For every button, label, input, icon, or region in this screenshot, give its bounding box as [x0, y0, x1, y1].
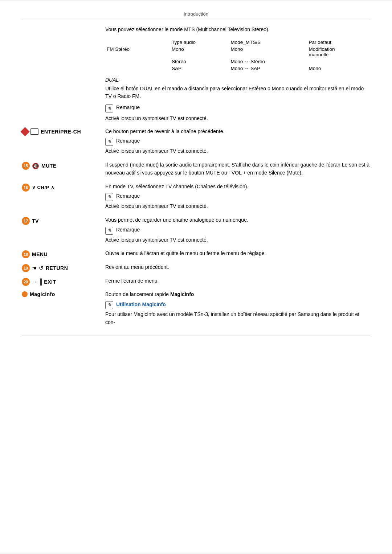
bottom-divider: [22, 336, 370, 336]
table-cell: [105, 39, 170, 46]
magicinfo-desc-bold: MagicInfo: [170, 291, 194, 297]
remarque-note-enter: Activé lorsqu'un syntoniseur TV est conn…: [105, 147, 370, 155]
chp-description: En mode TV, sélectionnez TV channels (Ch…: [105, 183, 370, 191]
remarque-block-chp: ✎ Remarque: [105, 193, 370, 201]
magicinfo-row: MagicInfo Bouton de lancement rapide Mag…: [22, 291, 370, 328]
dual-label: DUAL-: [105, 77, 370, 83]
magicinfo-label: MagicInfo: [30, 291, 55, 297]
dual-description: Utilice el botón DUAL en el mando a dist…: [105, 85, 370, 100]
remarque-note-1: Activé lorsqu'un syntoniseur TV est conn…: [105, 115, 370, 123]
magicinfo-dot-icon: [22, 291, 28, 297]
remarque-icon-enter: ✎: [105, 138, 113, 146]
exit-icon: →▐: [32, 279, 42, 285]
exit-left: 20 →▐ EXIT: [22, 277, 105, 286]
table-row: SAP Mono ↔ SAP Mono: [105, 65, 370, 72]
chp-badge: 16: [22, 184, 30, 192]
mute-row: 15 🔇 MUTE Il suspend (mode muet) la sort…: [22, 161, 370, 179]
chp-left: 16 ∨ CH/P ∧: [22, 183, 105, 192]
tv-description: Vous permet de regarder une chaîne analo…: [105, 216, 370, 224]
return-row: 19 ☚ ↺ RETURN Revient au menu précédent.: [22, 263, 370, 274]
remarque-label-tv: Remarque: [116, 226, 140, 234]
chp-right: En mode TV, sélectionnez TV channels (Ch…: [105, 183, 370, 213]
menu-row: 18 MENU Ouvre le menu à l'écran et quitt…: [22, 250, 370, 260]
table-cell-default: Par défaut: [307, 39, 370, 46]
menu-left: 18 MENU: [22, 250, 105, 258]
diamond-icon: [20, 127, 29, 136]
table-cell-stereo: Stéréo: [170, 58, 229, 65]
remarque-label-chp: Remarque: [116, 193, 140, 200]
table-cell-fm: FM Stéréo: [105, 46, 170, 58]
mute-icon: 🔇: [32, 163, 39, 169]
remarque-icon-1: ✎: [105, 104, 113, 112]
header-title: Introduction: [184, 11, 208, 17]
return-left: 19 ☚ ↺ RETURN: [22, 263, 105, 272]
magicinfo-desc-text: Bouton de lancement rapide: [105, 291, 170, 297]
table-cell-mono: Mono: [170, 46, 229, 58]
magicinfo-description: Bouton de lancement rapide MagicInfo: [105, 291, 370, 299]
table-row: Type audio Mode_MTS/S Par défaut: [105, 39, 370, 46]
remarque-block-tv: ✎ Remarque: [105, 226, 370, 235]
menu-right: Ouvre le menu à l'écran et quitte le men…: [105, 250, 370, 260]
intro-block: Vous pouvez sélectionner le mode MTS (Mu…: [105, 26, 370, 34]
enter-prech-label: ENTER/PRE-CH: [41, 129, 81, 135]
chp-row: 16 ∨ CH/P ∧ En mode TV, sélectionnez TV …: [22, 183, 370, 213]
remarque-block-enter: ✎ Remarque: [105, 138, 370, 146]
table-cell-empty2: [307, 58, 370, 65]
table-cell-mono-stereo: Mono ↔ Stéréo: [229, 58, 307, 65]
tv-right: Vous permet de regarder une chaîne analo…: [105, 216, 370, 246]
tv-row: 17 TV Vous permet de regarder une chaîne…: [22, 216, 370, 246]
mute-description: Il suspend (mode muet) la sortie audio t…: [105, 161, 370, 177]
dual-description-block: Utilice el botón DUAL en el mando a dist…: [105, 85, 370, 100]
utilisation-magicinfo-label: Utilisation MagicInfo: [116, 301, 166, 309]
return-hand-icon: ☚: [32, 265, 37, 271]
remarque-label-enter: Remarque: [116, 138, 140, 145]
content-area: Vous pouvez sélectionner le mode MTS (Mu…: [22, 26, 370, 332]
enter-prech-row: ENTER/PRE-CH Ce bouton permet de revenir…: [22, 128, 370, 157]
tv-left: 17 TV: [22, 216, 105, 225]
mute-right: Il suspend (mode muet) la sortie audio t…: [105, 161, 370, 179]
mute-label: MUTE: [41, 163, 57, 169]
return-circle-icon: ↺: [39, 265, 44, 271]
exit-label: EXIT: [44, 279, 56, 285]
magicinfo-right: Bouton de lancement rapide MagicInfo ✎ U…: [105, 291, 370, 328]
audio-table: Type audio Mode_MTS/S Par défaut FM Stér…: [105, 39, 370, 72]
page: Introduction Vous pouvez sélectionner le…: [0, 0, 392, 554]
table-cell-modif: Modificationmanuelle: [307, 46, 370, 58]
remarque-block-1: ✎ Remarque: [105, 104, 370, 112]
table-cell-mono3: Mono: [307, 65, 370, 72]
table-row: FM Stéréo Mono Mono Modificationmanuelle: [105, 46, 370, 58]
table-cell-empty: [105, 58, 170, 65]
magicinfo-utilisation-text: Pour utiliser MagicInfo avec un modèle T…: [105, 311, 370, 326]
tv-label: TV: [32, 218, 39, 224]
magicinfo-left: MagicInfo: [22, 291, 105, 297]
enter-prech-description: Ce bouton permet de revenir à la chaîne …: [105, 128, 370, 136]
return-right: Revient au menu précédent.: [105, 263, 370, 274]
table-cell-type: Type audio: [170, 39, 229, 46]
table-cell-mode: Mode_MTS/S: [229, 39, 307, 46]
mute-left: 15 🔇 MUTE: [22, 161, 105, 170]
chp-label: ∨ CH/P ∧: [32, 185, 54, 190]
table-cell-empty3: [105, 65, 170, 72]
exit-badge: 20: [22, 278, 30, 286]
remarque-block-magicinfo: ✎ Utilisation MagicInfo: [105, 301, 370, 309]
remarque-note-chp: Activé lorsqu'un syntoniseur TV est conn…: [105, 202, 370, 210]
exit-right: Ferme l'écran de menu.: [105, 277, 370, 287]
tv-badge: 17: [22, 217, 30, 225]
return-label: RETURN: [46, 265, 68, 271]
table-row: Stéréo Mono ↔ Stéréo: [105, 58, 370, 65]
menu-badge: 18: [22, 250, 30, 258]
enter-prech-right: Ce bouton permet de revenir à la chaîne …: [105, 128, 370, 157]
menu-label: MENU: [32, 251, 48, 257]
remarque-icon-chp: ✎: [105, 193, 113, 201]
table-cell-sap: SAP: [170, 65, 229, 72]
mute-badge: 15: [22, 162, 30, 170]
exit-row: 20 →▐ EXIT Ferme l'écran de menu.: [22, 277, 370, 287]
exit-description: Ferme l'écran de menu.: [105, 277, 370, 285]
table-cell-mono-sap: Mono ↔ SAP: [229, 65, 307, 72]
enter-prech-left: ENTER/PRE-CH: [22, 128, 105, 135]
remarque-icon-magicinfo: ✎: [105, 301, 113, 309]
remarque-label-1: Remarque: [116, 104, 140, 111]
menu-description: Ouvre le menu à l'écran et quitte le men…: [105, 250, 370, 258]
return-badge: 19: [22, 264, 30, 272]
remarque-note-tv: Activé lorsqu'un syntoniseur TV est conn…: [105, 236, 370, 244]
